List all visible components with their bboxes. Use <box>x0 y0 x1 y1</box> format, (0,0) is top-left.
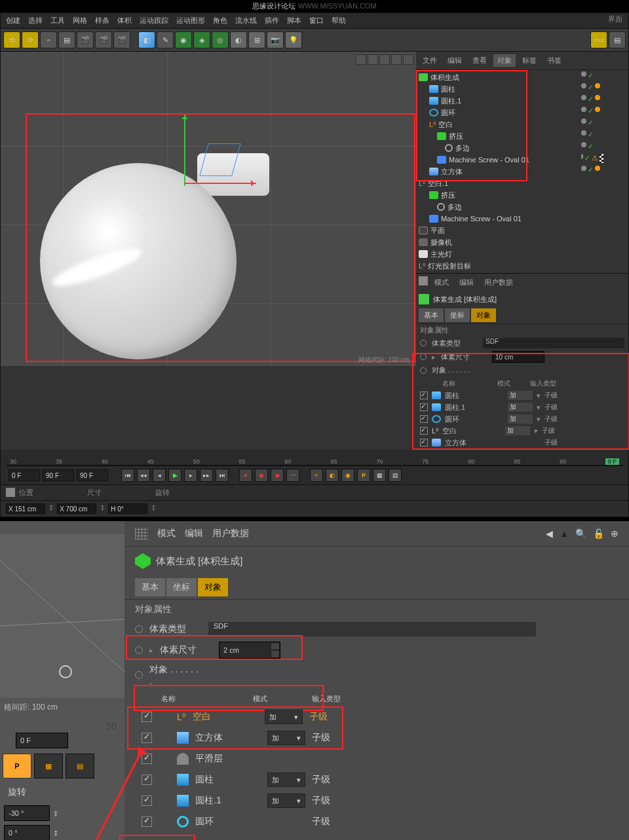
om-tab[interactable]: 对象 <box>493 54 516 67</box>
row-check[interactable] <box>420 392 428 399</box>
camera-icon[interactable]: 📷 <box>267 31 284 48</box>
redo-icon[interactable]: ⟳ <box>22 31 39 48</box>
obj-item[interactable]: 圆柱 <box>441 84 455 94</box>
vp-icon[interactable] <box>368 54 378 65</box>
voxel-type-select[interactable]: SDF <box>208 622 536 636</box>
grid-icon[interactable] <box>419 276 428 285</box>
menu-item[interactable]: 选择 <box>28 16 43 26</box>
obj-item[interactable]: 体积生成 <box>430 73 459 82</box>
timeline-ruler[interactable]: 303540455055606570758085900 F <box>6 450 623 466</box>
prev-frame-icon[interactable]: ◂ <box>153 469 166 482</box>
row-check[interactable] <box>142 754 152 764</box>
row-mode[interactable]: 加 <box>508 414 533 424</box>
row-mode[interactable]: 加▾ <box>267 773 305 787</box>
row-mode[interactable]: 加 <box>508 391 533 400</box>
menu-item[interactable]: 脚本 <box>287 16 301 26</box>
row-check[interactable] <box>420 439 428 447</box>
vp-icon[interactable] <box>403 54 413 65</box>
tool-icon[interactable]: ▤ <box>58 31 75 48</box>
tab-coord[interactable]: 坐标 <box>166 578 197 596</box>
film-icon[interactable]: 🎬 <box>113 31 130 48</box>
vp-icon[interactable] <box>391 54 402 65</box>
om-tab[interactable]: 文件 <box>419 54 441 67</box>
attr-tab[interactable]: 模式 <box>430 276 453 289</box>
next-frame-icon[interactable]: ▸ <box>184 469 197 482</box>
row-mode[interactable]: 加▾ <box>265 710 303 724</box>
row-check[interactable] <box>420 403 428 411</box>
om-tab[interactable]: 查看 <box>468 54 491 67</box>
menu-item[interactable]: 插件 <box>265 16 279 26</box>
obj-item[interactable]: Machine Screw - Oval 01 <box>441 215 522 223</box>
menu-item[interactable]: 创建 <box>6 16 20 26</box>
menu-item[interactable]: 帮助 <box>332 16 346 26</box>
voxel-size-input[interactable] <box>219 642 271 658</box>
checker-tag[interactable] <box>600 154 603 163</box>
row-check[interactable] <box>142 816 152 827</box>
row-check[interactable] <box>420 427 428 435</box>
obj-item[interactable]: 主光灯 <box>430 249 452 259</box>
film-icon[interactable]: 🎬 <box>77 31 94 48</box>
grid-icon[interactable] <box>135 528 148 539</box>
tab-basic[interactable]: 基本 <box>419 308 444 322</box>
frame-current[interactable] <box>43 469 74 481</box>
om-tab[interactable]: 编辑 <box>444 54 466 67</box>
menu-item[interactable]: 运动跟踪 <box>140 16 168 26</box>
obj-item[interactable]: 立方体 <box>441 167 463 177</box>
r-icon[interactable]: ◉ <box>341 469 354 482</box>
tab-coord[interactable]: 坐标 <box>445 308 470 322</box>
menu-item[interactable]: 工具 <box>50 16 65 26</box>
cube-icon[interactable]: ◧ <box>138 31 155 48</box>
row-name[interactable]: 圆环 <box>445 414 504 424</box>
goto-start-icon[interactable]: ⏮ <box>121 469 134 482</box>
obj-item[interactable]: 圆柱.1 <box>441 96 461 106</box>
row-name[interactable]: 圆柱.1 <box>195 795 261 807</box>
frame-end[interactable] <box>77 469 108 481</box>
xyz-icon[interactable]: XYZ <box>590 31 607 48</box>
rot-h[interactable] <box>108 503 147 514</box>
row-name[interactable]: 空白 <box>193 711 258 723</box>
attr-tab[interactable]: 用户数据 <box>480 276 517 289</box>
back-icon[interactable]: ◀ <box>546 528 553 539</box>
goto-end-icon[interactable]: ⏭ <box>216 469 229 482</box>
key-icon[interactable]: ◆ <box>271 469 284 482</box>
menu-item[interactable]: 体积 <box>117 16 132 26</box>
p-record-icon[interactable]: P <box>3 754 31 778</box>
anim-icon[interactable]: ▤ <box>389 469 402 482</box>
row-name[interactable]: 圆环 <box>195 816 261 828</box>
row-name[interactable]: 圆柱 <box>445 391 504 401</box>
pen-icon[interactable]: ✎ <box>157 31 174 48</box>
grid-icon[interactable]: ⊞ <box>248 31 265 48</box>
menu-item[interactable]: 流水线 <box>235 16 257 26</box>
menu-item[interactable]: 窗口 <box>309 16 324 26</box>
generator-icon[interactable]: ◉ <box>175 31 192 48</box>
obj-item[interactable]: 多边 <box>455 143 470 153</box>
attr-tab[interactable]: 用户数据 <box>212 528 249 539</box>
object-manager[interactable]: 体积生成 圆柱 圆柱.1 圆环 L⁰空白 挤压 多边 Machine Screw… <box>416 70 628 273</box>
record-icon[interactable]: ● <box>239 469 252 482</box>
row-name[interactable]: 圆柱.1 <box>445 403 504 412</box>
menu-item[interactable]: 运动图形 <box>176 16 205 26</box>
generator-icon[interactable]: ◈ <box>193 31 210 48</box>
tab-object[interactable]: 对象 <box>198 578 228 596</box>
obj-item[interactable]: 空白 <box>438 120 453 130</box>
x-axis-gizmo[interactable] <box>184 183 256 184</box>
row-check[interactable] <box>142 775 152 785</box>
menu-item[interactable]: 角色 <box>213 16 227 26</box>
pos-x[interactable] <box>6 503 45 514</box>
frame-start[interactable] <box>9 469 40 481</box>
film2-icon[interactable]: ▤ <box>66 754 94 778</box>
row-check[interactable] <box>142 712 152 722</box>
voxel-size-input[interactable] <box>492 351 544 363</box>
row-name[interactable]: 空白 <box>442 426 501 436</box>
row-name[interactable]: 圆柱 <box>195 774 261 786</box>
row-mode[interactable]: 加▾ <box>267 731 305 745</box>
obj-item[interactable]: 多边 <box>448 202 462 212</box>
obj-item[interactable]: 摄像机 <box>430 238 452 247</box>
obj-item[interactable]: 圆环 <box>441 108 455 118</box>
p-icon[interactable]: + <box>310 469 323 482</box>
row-name[interactable]: 平滑层 <box>195 753 261 765</box>
tab-object[interactable]: 对象 <box>471 308 496 322</box>
tool-icon[interactable]: ▫ <box>40 31 57 48</box>
undo-icon[interactable]: ⟲ <box>3 31 20 48</box>
attr-tab[interactable]: 编辑 <box>185 528 203 539</box>
